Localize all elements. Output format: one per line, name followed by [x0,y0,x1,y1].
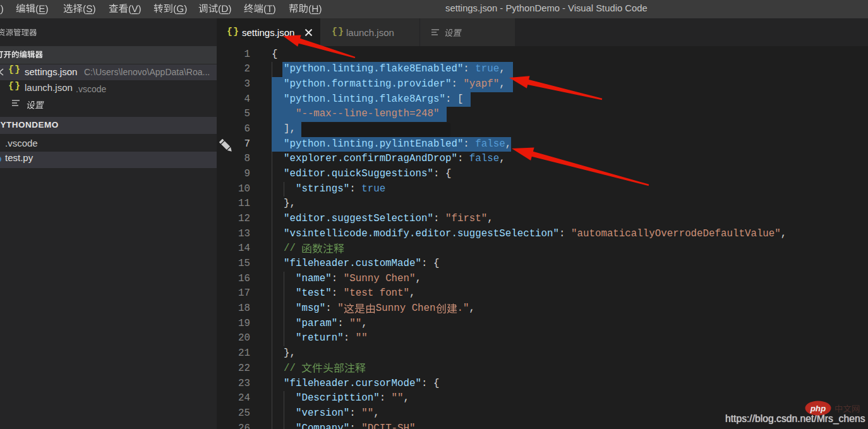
svg-text:php: php [810,404,826,413]
